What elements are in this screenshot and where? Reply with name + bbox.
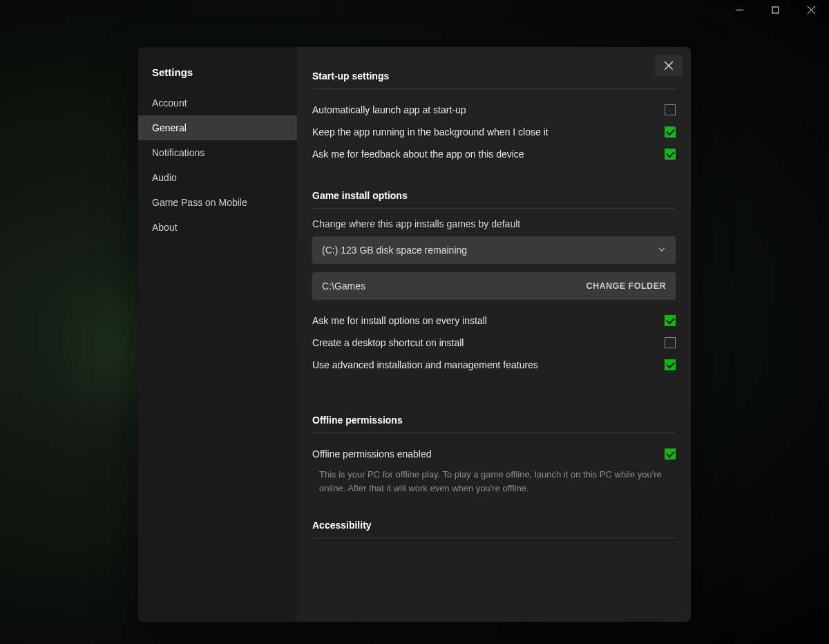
window-close-button[interactable] <box>796 0 826 19</box>
checkbox-offline-enabled[interactable] <box>665 448 676 460</box>
setting-advanced-install: Use advanced installation and management… <box>312 354 676 376</box>
close-icon <box>665 61 673 70</box>
checkbox-auto-launch[interactable] <box>665 104 676 115</box>
section-title: Offline permissions <box>312 415 676 433</box>
setting-auto-launch: Automatically launch app at start-up <box>312 99 676 121</box>
window-titlebar <box>724 0 829 22</box>
sidebar-item-about[interactable]: About <box>138 215 297 240</box>
checkbox-desktop-shortcut[interactable] <box>665 337 676 348</box>
chevron-down-icon <box>658 245 666 256</box>
background-blob <box>97 359 138 401</box>
setting-label: Ask me for install options on every inst… <box>312 315 665 326</box>
maximize-icon <box>772 6 779 14</box>
sidebar-item-account[interactable]: Account <box>138 91 297 115</box>
setting-desktop-shortcut: Create a desktop shortcut on install <box>312 332 676 354</box>
install-location-label: Change where this app installs games by … <box>312 218 676 229</box>
settings-content: Start-up settings Automatically launch a… <box>297 47 691 622</box>
section-install: Game install options Change where this a… <box>312 190 676 376</box>
change-folder-button[interactable]: CHANGE FOLDER <box>586 281 666 291</box>
setting-label: Use advanced installation and management… <box>312 359 665 370</box>
setting-label: Create a desktop shortcut on install <box>312 337 665 348</box>
offline-hint-text: This is your PC for offline play. To pla… <box>312 465 676 495</box>
minimize-icon <box>736 6 743 14</box>
window-maximize-button[interactable] <box>760 0 790 19</box>
install-folder-path: C:\Games <box>322 281 365 292</box>
sidebar-title: Settings <box>138 61 297 91</box>
checkbox-keep-running[interactable] <box>665 126 676 138</box>
setting-label: Keep the app running in the background w… <box>312 126 665 138</box>
sidebar-item-general[interactable]: General <box>138 115 297 140</box>
sidebar-item-notifications[interactable]: Notifications <box>138 140 297 165</box>
dialog-close-button[interactable] <box>655 55 683 76</box>
close-icon <box>808 6 815 14</box>
checkbox-ask-install-options[interactable] <box>665 315 676 326</box>
section-title: Game install options <box>312 190 676 209</box>
setting-ask-feedback: Ask me for feedback about the app on thi… <box>312 143 676 165</box>
drive-select-value: (C:) 123 GB disk space remaining <box>322 245 467 256</box>
settings-dialog: Settings Account General Notifications A… <box>138 47 691 622</box>
setting-label: Ask me for feedback about the app on thi… <box>312 149 665 160</box>
checkbox-advanced-install[interactable] <box>665 359 676 370</box>
sidebar-item-game-pass-mobile[interactable]: Game Pass on Mobile <box>138 190 297 215</box>
section-offline: Offline permissions Offline permissions … <box>312 415 676 495</box>
sidebar-item-audio[interactable]: Audio <box>138 165 297 190</box>
setting-offline-enabled: Offline permissions enabled <box>312 443 676 465</box>
setting-keep-running: Keep the app running in the background w… <box>312 121 676 143</box>
section-accessibility: Accessibility <box>312 520 676 538</box>
checkbox-ask-feedback[interactable] <box>665 149 676 160</box>
drive-select[interactable]: (C:) 123 GB disk space remaining <box>312 236 676 264</box>
setting-label: Automatically launch app at start-up <box>312 104 665 115</box>
settings-sidebar: Settings Account General Notifications A… <box>138 47 297 622</box>
section-title: Start-up settings <box>312 70 676 89</box>
section-startup: Start-up settings Automatically launch a… <box>312 70 676 165</box>
svg-rect-1 <box>772 7 779 13</box>
setting-label: Offline permissions enabled <box>312 448 665 460</box>
install-folder-row: C:\Games CHANGE FOLDER <box>312 272 676 300</box>
setting-ask-install-options: Ask me for install options on every inst… <box>312 310 676 332</box>
section-title: Accessibility <box>312 520 676 538</box>
window-minimize-button[interactable] <box>724 0 754 19</box>
